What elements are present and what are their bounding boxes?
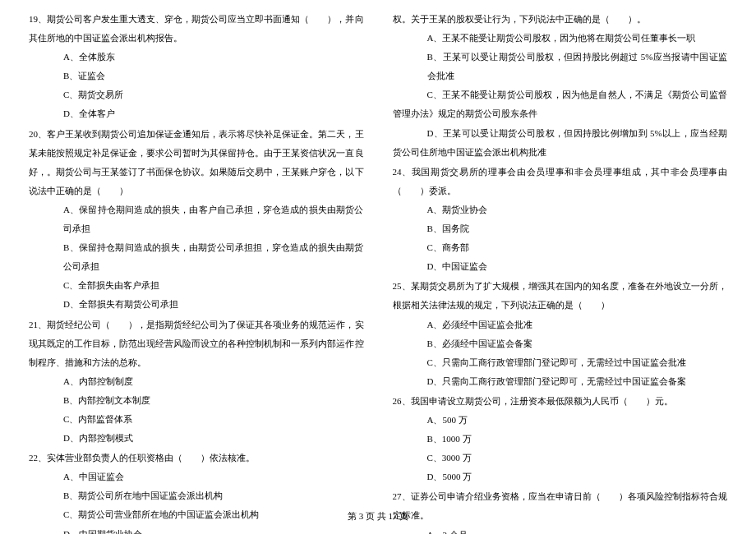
option-c: C、期货交易所 [63, 85, 364, 104]
options: A、内部控制制度 B、内部控制文本制度 C、内部监督体系 D、内部控制模式 [29, 372, 364, 448]
option-d: D、王某可以受让期货公司股权，但因持股比例增加到 5%以上，应当经期货公司住所地… [393, 124, 728, 162]
option-c: C、内部监督体系 [63, 410, 364, 429]
question-text: 22、实体营业部负责人的任职资格由（ ）依法核准。 [29, 449, 364, 467]
question-text: 21、期货经纪公司（ ），是指期货经纪公司为了保证其各项业务的规范运作，实现其既… [29, 315, 364, 372]
question-25: 25、某期货交易所为了扩大规模，增强其在国内的知名度，准备在外地设立一分所，根据… [393, 277, 728, 391]
option-b: B、期货公司所在地中国证监会派出机构 [63, 486, 364, 505]
option-d: D、全部损失有期货公司承担 [63, 295, 364, 314]
question-19: 19、期货公司客户发生重大透支、穿仓，期货公司应当立即书面通知（ ），并向其住所… [29, 10, 364, 124]
page-container: 19、期货公司客户发生重大透支、穿仓，期货公司应当立即书面通知（ ），并向其住所… [0, 0, 756, 509]
option-a: A、期货业协会 [427, 200, 728, 219]
option-a: A、全体股东 [63, 48, 364, 67]
question-continuation: 权。关于王某的股权受让行为，下列说法中正确的是（ ）。 [393, 10, 728, 29]
question-26: 26、我国申请设立期货公司，注册资本最低限额为人民币（ ）元。 A、500 万 … [393, 392, 728, 486]
option-d: D、只需向工商行政管理部门登记即可，无需经过中国证监会备案 [427, 372, 728, 391]
question-text: 25、某期货交易所为了扩大规模，增强其在国内的知名度，准备在外地设立一分所，根据… [393, 277, 728, 315]
option-b: B、王某可以受让期货公司股权，但因持股比例超过 5%应当报请中国证监会批准 [427, 48, 728, 85]
option-b: B、保留持仓期间造成的损失，由期货公司承担担，穿仓造成的损失由期货公司承担 [63, 238, 364, 276]
options: A、必须经中国证监会批准 B、必须经中国证监会备案 C、只需向工商行政管理部门登… [393, 315, 728, 391]
options: A、全体股东 B、证监会 C、期货交易所 D、全体客户 [29, 48, 364, 123]
option-d: D、5000 万 [427, 467, 728, 486]
option-a: A、必须经中国证监会批准 [427, 315, 728, 334]
option-c: C、全部损失由客户承担 [63, 276, 364, 295]
option-c: C、王某不能受让期货公司股权，因为他是自然人，不满足《期货公司监督管理办法》规定… [393, 85, 728, 123]
option-a: A、王某不能受让期货公司股权，因为他将在期货公司任董事长一职 [427, 29, 728, 48]
option-a: A、内部控制制度 [63, 372, 364, 391]
question-23-continued: 权。关于王某的股权受让行为，下列说法中正确的是（ ）。 A、王某不能受让期货公司… [393, 10, 728, 162]
question-text: 24、我国期货交易所的理事会由会员理事和非会员理事组成，其中非会员理事由（ ）委… [393, 163, 728, 200]
question-20: 20、客户王某收到期货公司追加保证金通知后，表示将尽快补足保证金。第二天，王某未… [29, 125, 364, 315]
option-b: B、必须经中国证监会备案 [427, 334, 728, 353]
question-24: 24、我国期货交易所的理事会由会员理事和非会员理事组成，其中非会员理事由（ ）委… [393, 163, 728, 277]
question-text: 20、客户王某收到期货公司追加保证金通知后，表示将尽快补足保证金。第二天，王某未… [29, 125, 364, 200]
question-text: 26、我国申请设立期货公司，注册资本最低限额为人民币（ ）元。 [393, 392, 728, 411]
option-c: C、3000 万 [427, 449, 728, 467]
option-a: A、2 个月 [427, 526, 728, 534]
option-c: C、只需向工商行政管理部门登记即可，无需经过中国证监会批准 [427, 353, 728, 372]
options: A、2 个月 B、3 个月 [393, 526, 728, 534]
options: A、王某不能受让期货公司股权，因为他将在期货公司任董事长一职 B、王某可以受让期… [393, 29, 728, 162]
question-21: 21、期货经纪公司（ ），是指期货经纪公司为了保证其各项业务的规范运作，实现其既… [29, 315, 364, 449]
option-b: B、国务院 [427, 219, 728, 238]
option-b: B、证监会 [63, 67, 364, 85]
question-text: 19、期货公司客户发生重大透支、穿仓，期货公司应当立即书面通知（ ），并向其住所… [29, 10, 364, 48]
option-d: D、全体客户 [63, 104, 364, 123]
page-footer: 第 3 页 共 17 页 [0, 507, 756, 526]
option-a: A、保留持仓期间造成的损失，由客户自己承担，穿仓造成的损失由期货公司承担 [63, 200, 364, 238]
option-b: B、1000 万 [427, 430, 728, 449]
option-d: D、中国期货业协会 [63, 525, 364, 534]
options: A、500 万 B、1000 万 C、3000 万 D、5000 万 [393, 411, 728, 486]
option-b: B、内部控制文本制度 [63, 391, 364, 410]
option-a: A、中国证监会 [63, 467, 364, 486]
options: A、期货业协会 B、国务院 C、商务部 D、中国证监会 [393, 200, 728, 276]
option-c: C、商务部 [427, 238, 728, 257]
options: A、保留持仓期间造成的损失，由客户自己承担，穿仓造成的损失由期货公司承担 B、保… [29, 200, 364, 315]
left-column: 19、期货公司客户发生重大透支、穿仓，期货公司应当立即书面通知（ ），并向其住所… [29, 10, 364, 509]
right-column: 权。关于王某的股权受让行为，下列说法中正确的是（ ）。 A、王某不能受让期货公司… [393, 10, 728, 509]
option-a: A、500 万 [427, 411, 728, 430]
option-d: D、内部控制模式 [63, 429, 364, 448]
option-d: D、中国证监会 [427, 257, 728, 276]
